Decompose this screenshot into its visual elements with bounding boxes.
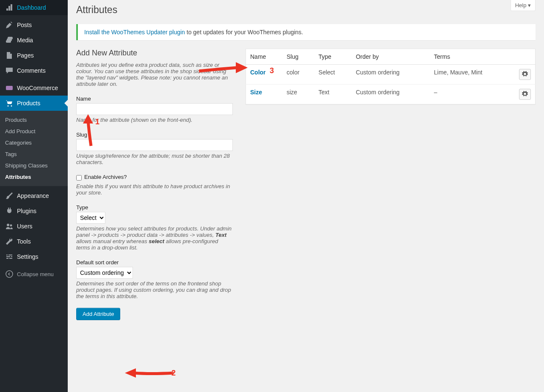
sidebar-item-label: Users bbox=[17, 222, 33, 230]
svg-marker-5 bbox=[125, 368, 136, 378]
sidebar-item-label: Plugins bbox=[17, 207, 36, 215]
svg-point-2 bbox=[10, 225, 12, 227]
admin-sidebar: Dashboard Posts Media Pages Comments Woo… bbox=[0, 0, 68, 392]
sidebar-item-label: Comments bbox=[17, 67, 46, 74]
add-attribute-button[interactable]: Add Attribute bbox=[76, 308, 120, 320]
archives-description: Enable this if you want this attribute t… bbox=[76, 183, 233, 196]
updater-link[interactable]: Install the WooThemes Updater plugin bbox=[84, 29, 185, 36]
comment-icon bbox=[5, 66, 14, 75]
submenu-item-categories[interactable]: Categories bbox=[0, 137, 68, 148]
name-label: Name bbox=[76, 96, 233, 102]
form-intro: Attributes let you define extra product … bbox=[76, 62, 233, 87]
col-slug: Slug bbox=[282, 49, 314, 65]
sidebar-item-label: Products bbox=[17, 99, 40, 107]
gear-icon bbox=[522, 71, 528, 78]
type-select[interactable]: Select bbox=[76, 212, 105, 224]
sidebar-item-dashboard[interactable]: Dashboard bbox=[0, 0, 68, 15]
attribute-terms: – bbox=[430, 85, 515, 104]
sidebar-item-pages[interactable]: Pages bbox=[0, 48, 68, 63]
col-orderby: Order by bbox=[351, 49, 430, 65]
sort-description: Determines the sort order of the terms o… bbox=[76, 280, 233, 299]
submenu-item-attributes[interactable]: Attributes bbox=[0, 171, 68, 183]
name-description: Name for the attribute (shown on the fro… bbox=[76, 117, 233, 123]
configure-button[interactable] bbox=[519, 89, 531, 100]
submenu-item-shipping[interactable]: Shipping Classes bbox=[0, 160, 68, 171]
sidebar-item-label: Pages bbox=[17, 52, 34, 59]
sidebar-item-label: Appearance bbox=[17, 192, 49, 200]
attribute-terms: Lime, Mauve, Mint bbox=[430, 65, 515, 85]
collapse-icon bbox=[5, 270, 14, 278]
help-tab[interactable]: Help ▾ bbox=[511, 0, 536, 11]
sidebar-item-woocommerce[interactable]: WooCommerce bbox=[0, 80, 68, 96]
collapse-label: Collapse menu bbox=[17, 271, 54, 277]
sidebar-item-label: Settings bbox=[17, 253, 39, 260]
sidebar-item-comments[interactable]: Comments bbox=[0, 63, 68, 78]
wrench-icon bbox=[5, 237, 14, 246]
sidebar-item-label: Posts bbox=[17, 21, 32, 29]
sidebar-item-label: Tools bbox=[17, 238, 31, 245]
page-title: Attributes bbox=[76, 0, 536, 18]
sidebar-item-users[interactable]: Users bbox=[0, 219, 68, 234]
help-label: Help bbox=[515, 2, 527, 8]
gear-icon bbox=[522, 91, 528, 98]
annotation-badge-2: 2 bbox=[169, 369, 178, 377]
products-submenu: Products Add Product Categories Tags Shi… bbox=[0, 111, 68, 186]
archives-checkbox[interactable] bbox=[76, 175, 82, 181]
attribute-slug: size bbox=[282, 85, 314, 104]
submenu-item-add-product[interactable]: Add Product bbox=[0, 126, 68, 137]
cart-icon bbox=[5, 99, 14, 107]
attribute-orderby: Custom ordering bbox=[351, 85, 430, 104]
sliders-icon bbox=[5, 252, 14, 261]
sidebar-item-label: WooCommerce bbox=[17, 84, 58, 92]
sidebar-item-plugins[interactable]: Plugins bbox=[0, 203, 68, 219]
col-name: Name bbox=[246, 49, 283, 65]
configure-button[interactable] bbox=[519, 69, 531, 80]
attribute-link-color[interactable]: Color bbox=[250, 69, 266, 76]
slug-description: Unique slug/reference for the attribute;… bbox=[76, 153, 233, 165]
sidebar-item-appearance[interactable]: Appearance bbox=[0, 188, 68, 203]
table-row: Color color Select Custom ordering Lime,… bbox=[246, 65, 536, 85]
svg-point-3 bbox=[6, 271, 13, 277]
attribute-slug: color bbox=[282, 65, 314, 85]
notice-rest: to get updates for your WooThemes plugin… bbox=[185, 29, 303, 36]
attribute-type: Text bbox=[314, 85, 351, 104]
collapse-menu[interactable]: Collapse menu bbox=[0, 266, 68, 282]
sidebar-item-label: Media bbox=[17, 36, 33, 44]
col-type: Type bbox=[314, 49, 351, 65]
users-icon bbox=[5, 222, 14, 230]
sidebar-item-products[interactable]: Products bbox=[0, 96, 68, 111]
annotation-arrow-2 bbox=[125, 366, 176, 381]
col-terms: Terms bbox=[430, 49, 515, 65]
sort-select[interactable]: Custom ordering bbox=[76, 267, 133, 279]
attributes-table-wrap: Name Slug Type Order by Terms Color colo… bbox=[246, 49, 536, 320]
submenu-item-products[interactable]: Products bbox=[0, 114, 68, 126]
sidebar-item-label: Dashboard bbox=[17, 4, 46, 11]
attribute-type: Select bbox=[314, 65, 351, 85]
main-content: Help ▾ Attributes Install the WooThemes … bbox=[68, 0, 544, 392]
dashboard-icon bbox=[5, 3, 14, 12]
archives-label: Enable Archives? bbox=[84, 174, 127, 180]
woocommerce-icon bbox=[5, 84, 14, 92]
slug-label: Slug bbox=[76, 132, 233, 138]
attribute-link-size[interactable]: Size bbox=[250, 89, 262, 96]
media-icon bbox=[5, 36, 14, 44]
add-attribute-form: Add New Attribute Attributes let you def… bbox=[76, 49, 233, 320]
slug-input[interactable] bbox=[76, 139, 233, 151]
attributes-table: Name Slug Type Order by Terms Color colo… bbox=[246, 49, 536, 104]
sidebar-item-tools[interactable]: Tools bbox=[0, 234, 68, 249]
svg-rect-0 bbox=[6, 86, 13, 90]
sidebar-item-posts[interactable]: Posts bbox=[0, 17, 68, 33]
sort-label: Default sort order bbox=[76, 259, 233, 266]
sidebar-item-settings[interactable]: Settings bbox=[0, 249, 68, 264]
sidebar-item-media[interactable]: Media bbox=[0, 33, 68, 48]
name-input[interactable] bbox=[76, 103, 233, 115]
pin-icon bbox=[5, 21, 14, 29]
submenu-item-tags[interactable]: Tags bbox=[0, 148, 68, 160]
svg-point-1 bbox=[7, 224, 9, 226]
page-icon bbox=[5, 51, 14, 60]
plugin-icon bbox=[5, 207, 14, 215]
attribute-orderby: Custom ordering bbox=[351, 65, 430, 85]
form-heading: Add New Attribute bbox=[76, 49, 233, 58]
table-row: Size size Text Custom ordering – bbox=[246, 85, 536, 104]
brush-icon bbox=[5, 192, 14, 200]
